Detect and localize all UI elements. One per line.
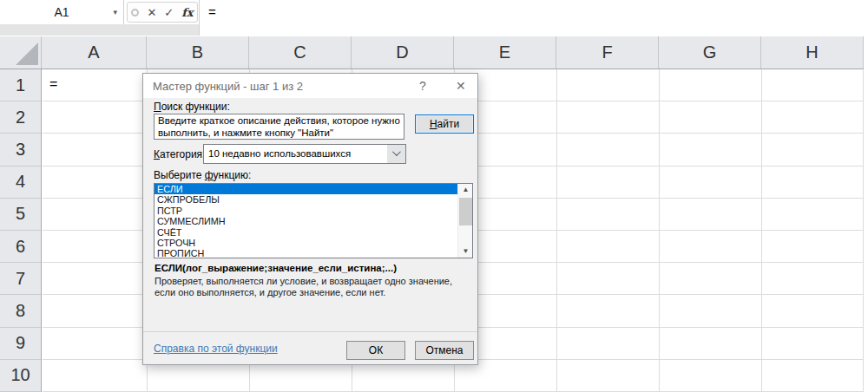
formula-bar-buttons: ✕ ✓ fx: [127, 2, 198, 23]
list-item[interactable]: ЕСЛИ: [155, 184, 457, 194]
search-function-label: Поиск функции:: [154, 101, 230, 113]
list-item[interactable]: СУММЕСЛИМН: [155, 216, 457, 226]
chevron-down-icon: [392, 147, 401, 156]
cancel-icon[interactable]: ✕: [147, 6, 156, 19]
category-dropdown-button[interactable]: [387, 145, 405, 163]
column-header-f[interactable]: F: [556, 36, 659, 69]
ok-button[interactable]: ОК: [346, 341, 405, 360]
function-description: Проверяет, выполняется ли условие, и воз…: [155, 276, 470, 298]
column-header-a[interactable]: A: [42, 36, 147, 69]
row-header-7[interactable]: 7: [0, 263, 41, 295]
cancel-button[interactable]: Отмена: [415, 341, 474, 360]
name-box-background: [0, 24, 199, 36]
column-header-c[interactable]: C: [249, 36, 352, 69]
column-header-h[interactable]: H: [761, 36, 864, 69]
close-icon[interactable]: ✕: [456, 79, 466, 93]
row-header-9[interactable]: 9: [0, 328, 41, 360]
scroll-down-icon[interactable]: ▼: [458, 245, 473, 258]
cell-a1-value: =: [49, 76, 57, 92]
footer-divider: [143, 331, 477, 332]
search-input[interactable]: Введите краткое описание действия, котор…: [154, 114, 404, 140]
column-header-b[interactable]: B: [147, 36, 249, 69]
row-header-10[interactable]: 10: [0, 360, 41, 392]
column-header-g[interactable]: G: [659, 36, 761, 69]
insert-function-icon[interactable]: fx: [181, 6, 193, 19]
row-header-5[interactable]: 5: [0, 199, 41, 231]
function-listbox[interactable]: ЕСЛИ СЖПРОБЕЛЫ ПСТР СУММЕСЛИМН СЧЁТ СТРО…: [154, 183, 473, 258]
row-header-3[interactable]: 3: [0, 134, 41, 166]
formula-bar-strip: A1 ▾ ✕ ✓ fx =: [0, 0, 868, 36]
enter-icon[interactable]: ✓: [164, 6, 174, 19]
formula-input[interactable]: =: [199, 0, 868, 36]
category-label: Категория:: [154, 148, 205, 160]
list-item[interactable]: СЖПРОБЕЛЫ: [155, 194, 457, 205]
column-headers: A B C D E F G H: [0, 36, 864, 69]
name-box-value: A1: [54, 5, 69, 19]
row-header-8[interactable]: 8: [0, 295, 41, 327]
select-all-corner[interactable]: [0, 36, 42, 69]
excel-window: A1 ▾ ✕ ✓ fx = A B C D E F G H 1 2 3 4 5 …: [0, 0, 868, 392]
scrollbar-thumb[interactable]: [459, 198, 472, 225]
find-button[interactable]: Найти: [415, 114, 474, 134]
dialog-title[interactable]: Мастер функций - шаг 1 из 2: [143, 74, 477, 98]
category-dropdown[interactable]: 10 недавно использовавшихся: [203, 144, 406, 164]
scroll-up-icon[interactable]: ▲: [458, 184, 473, 196]
column-header-e[interactable]: E: [454, 36, 556, 69]
list-item[interactable]: ПРОПИСН: [155, 248, 457, 258]
category-selected-value: 10 недавно использовавшихся: [204, 145, 405, 159]
function-signature: ЕСЛИ(лог_выражение;значение_если_истина;…: [155, 263, 397, 273]
list-item[interactable]: ПСТР: [155, 206, 457, 216]
function-help-link[interactable]: Справка по этой функции: [154, 343, 278, 355]
help-icon[interactable]: ?: [419, 79, 426, 93]
collapse-circle-icon[interactable]: [131, 9, 139, 16]
row-header-1[interactable]: 1: [0, 69, 41, 101]
row-header-2[interactable]: 2: [0, 101, 41, 134]
name-box-dropdown-icon[interactable]: ▾: [113, 8, 117, 16]
function-wizard-dialog: Мастер функций - шаг 1 из 2 ? ✕ Поиск фу…: [142, 73, 478, 365]
row-headers: 1 2 3 4 5 6 7 8 9 10: [0, 69, 42, 392]
list-item[interactable]: СЧЁТ: [155, 227, 457, 238]
column-header-d[interactable]: D: [352, 36, 454, 69]
row-header-6[interactable]: 6: [0, 231, 41, 263]
select-function-label: Выберите функцию:: [154, 169, 251, 181]
list-scrollbar[interactable]: ▲ ▼: [457, 184, 472, 258]
select-all-triangle-icon: [16, 42, 38, 65]
list-item[interactable]: СТРОЧН: [155, 238, 457, 248]
name-box[interactable]: A1 ▾: [0, 0, 124, 24]
row-header-4[interactable]: 4: [0, 167, 41, 199]
